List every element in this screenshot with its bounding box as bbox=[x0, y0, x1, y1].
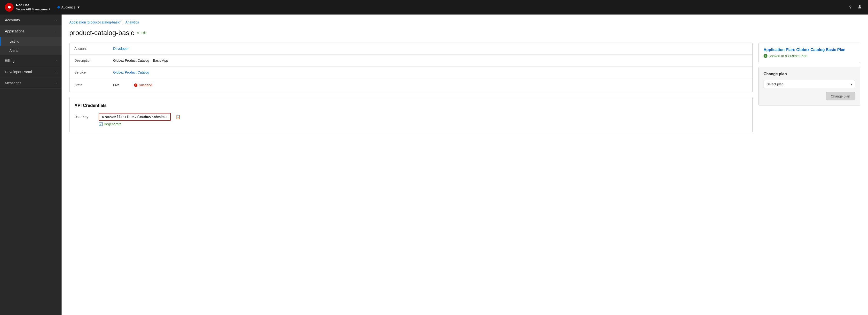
state-value-cell: Live ! Suspend bbox=[113, 82, 748, 88]
chevron-right-icon: › bbox=[56, 19, 57, 22]
sidebar-item-listing[interactable]: Listing bbox=[0, 37, 62, 46]
chevron-right-icon: › bbox=[56, 59, 57, 62]
left-column: Account Developer Description Globex Pro… bbox=[69, 43, 753, 132]
redhat-logo-icon bbox=[5, 3, 13, 12]
regenerate-icon: 🔄 bbox=[99, 122, 103, 126]
brand-text: Red Hat 3scale API Management bbox=[16, 3, 50, 11]
user-icon bbox=[857, 4, 862, 9]
suspend-dot-icon: ! bbox=[134, 83, 137, 87]
app-plan-card: Application Plan: Globex Catalog Basic P… bbox=[758, 43, 860, 63]
change-plan-title: Change plan bbox=[764, 72, 855, 76]
chevron-right-icon: › bbox=[56, 70, 57, 74]
service-value: Globex Product Catalog bbox=[108, 67, 752, 78]
service-label: Service bbox=[69, 67, 108, 78]
chevron-down-icon: ⌄ bbox=[54, 30, 57, 33]
breadcrumb-app-link[interactable]: Application 'product-catalog-basic' bbox=[69, 20, 121, 24]
table-row-service: Service Globex Product Catalog bbox=[69, 67, 752, 78]
info-table: Account Developer Description Globex Pro… bbox=[69, 43, 752, 92]
copy-icon[interactable]: 📋 bbox=[176, 115, 181, 119]
suspend-button[interactable]: ! Suspend bbox=[134, 82, 152, 88]
regenerate-link[interactable]: Regenerate bbox=[104, 122, 121, 126]
right-panel: Application Plan: Globex Catalog Basic P… bbox=[758, 43, 860, 132]
main-content: Application 'product-catalog-basic' | An… bbox=[62, 14, 868, 315]
main-layout: Accounts › Applications ⌄ Listing Alerts… bbox=[0, 14, 868, 315]
api-credentials-card: API Credentials User Key 67a09a6ff4b1f80… bbox=[69, 97, 753, 132]
service-catalog-link[interactable]: Globex Product Catalog bbox=[113, 70, 149, 74]
svg-point-1 bbox=[859, 5, 861, 7]
breadcrumb-analytics-link[interactable]: Analytics bbox=[125, 20, 139, 24]
convert-to-custom-link[interactable]: + Convert to a Custom Plan bbox=[764, 54, 855, 58]
pencil-icon: ✏ bbox=[137, 31, 140, 35]
sidebar-item-developer-portal[interactable]: Developer Portal › bbox=[0, 66, 62, 77]
regenerate-row: 🔄 Regenerate bbox=[99, 122, 748, 126]
convert-plus-icon: + bbox=[764, 54, 768, 58]
select-plan-dropdown[interactable]: Select plan bbox=[764, 80, 855, 88]
brand-logo: Red Hat 3scale API Management bbox=[5, 3, 50, 12]
select-plan-wrapper: Select plan ▾ bbox=[764, 80, 855, 88]
table-row-state: State Live ! Suspend bbox=[69, 78, 752, 92]
sidebar-item-messages[interactable]: Messages › bbox=[0, 77, 62, 89]
breadcrumb-separator: | bbox=[123, 20, 124, 24]
sidebar-applications-submenu: Listing Alerts bbox=[0, 37, 62, 55]
user-key-label: User Key bbox=[74, 115, 94, 119]
account-value: Developer bbox=[108, 43, 752, 55]
description-value: Globex Product Catalog – Basic App bbox=[108, 55, 752, 67]
nav-right: ? bbox=[848, 3, 863, 11]
app-plan-title: Application Plan: Globex Catalog Basic P… bbox=[764, 48, 855, 52]
account-developer-link[interactable]: Developer bbox=[113, 47, 129, 50]
api-credentials-title: API Credentials bbox=[74, 103, 748, 108]
nav-left: Red Hat 3scale API Management Audience ▼ bbox=[5, 3, 83, 12]
sidebar-item-billing[interactable]: Billing › bbox=[0, 55, 62, 66]
sidebar-item-applications[interactable]: Applications ⌄ bbox=[0, 26, 62, 37]
state-value: Live ! Suspend bbox=[108, 78, 752, 92]
chevron-right-icon: › bbox=[56, 81, 57, 85]
account-label: Account bbox=[69, 43, 108, 55]
page-title-row: product-catalog-basic ✏ Edit bbox=[69, 29, 860, 37]
help-button[interactable]: ? bbox=[848, 4, 852, 11]
table-row-account: Account Developer bbox=[69, 43, 752, 55]
chevron-down-icon: ▼ bbox=[77, 5, 80, 9]
table-row-description: Description Globex Product Catalog – Bas… bbox=[69, 55, 752, 67]
state-label: State bbox=[69, 78, 108, 92]
change-plan-card: Change plan Select plan ▾ Change plan bbox=[758, 67, 860, 105]
edit-link[interactable]: ✏ Edit bbox=[137, 31, 147, 35]
api-key-row: User Key 67a09a6ff4b1f8047f080b6573d69b0… bbox=[74, 113, 748, 121]
description-label: Description bbox=[69, 55, 108, 67]
user-button[interactable] bbox=[856, 3, 863, 11]
audience-dot-icon bbox=[57, 6, 60, 8]
details-card: Account Developer Description Globex Pro… bbox=[69, 43, 753, 92]
user-key-value: 67a09a6ff4b1f8047f080b6573d69b02 bbox=[99, 113, 171, 121]
sidebar-item-accounts[interactable]: Accounts › bbox=[0, 14, 62, 26]
change-plan-button[interactable]: Change plan bbox=[826, 92, 855, 100]
sidebar-item-alerts[interactable]: Alerts bbox=[0, 46, 62, 55]
content-grid: Account Developer Description Globex Pro… bbox=[69, 43, 860, 132]
page-title: product-catalog-basic bbox=[69, 29, 134, 37]
breadcrumb: Application 'product-catalog-basic' | An… bbox=[69, 20, 860, 24]
audience-button[interactable]: Audience ▼ bbox=[55, 4, 83, 11]
sidebar: Accounts › Applications ⌄ Listing Alerts… bbox=[0, 14, 62, 315]
top-navigation: Red Hat 3scale API Management Audience ▼… bbox=[0, 0, 868, 14]
